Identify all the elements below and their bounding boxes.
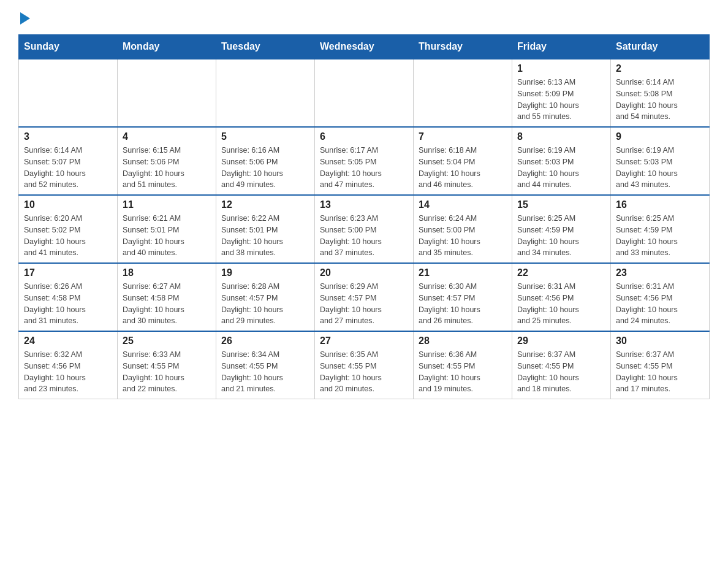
calendar-day: 21Sunrise: 6:30 AM Sunset: 4:57 PM Dayli… [414,263,512,331]
calendar-header: SundayMondayTuesdayWednesdayThursdayFrid… [19,35,710,59]
day-number: 2 [616,63,704,74]
weekday-header-monday: Monday [118,35,216,59]
calendar-day: 2Sunrise: 6:14 AM Sunset: 5:08 PM Daylig… [611,59,710,127]
weekday-header-row: SundayMondayTuesdayWednesdayThursdayFrid… [19,35,710,59]
logo-arrow-icon [20,12,30,25]
day-info: Sunrise: 6:26 AM Sunset: 4:58 PM Dayligh… [24,281,112,327]
day-number: 21 [419,267,507,278]
day-info: Sunrise: 6:28 AM Sunset: 4:57 PM Dayligh… [221,281,309,327]
day-info: Sunrise: 6:30 AM Sunset: 4:57 PM Dayligh… [419,281,507,327]
day-info: Sunrise: 6:19 AM Sunset: 5:03 PM Dayligh… [517,145,605,191]
day-number: 30 [616,335,704,347]
weekday-header-thursday: Thursday [414,35,512,59]
calendar-day [216,59,315,127]
day-number: 9 [616,131,704,142]
day-info: Sunrise: 6:14 AM Sunset: 5:08 PM Dayligh… [616,77,704,123]
calendar-day: 15Sunrise: 6:25 AM Sunset: 4:59 PM Dayli… [512,195,611,263]
calendar-week-3: 10Sunrise: 6:20 AM Sunset: 5:02 PM Dayli… [19,195,710,263]
calendar-day: 3Sunrise: 6:14 AM Sunset: 5:07 PM Daylig… [19,127,118,195]
day-number: 12 [221,199,309,210]
day-info: Sunrise: 6:34 AM Sunset: 4:55 PM Dayligh… [221,349,309,395]
day-info: Sunrise: 6:23 AM Sunset: 5:00 PM Dayligh… [320,213,408,259]
calendar-day: 6Sunrise: 6:17 AM Sunset: 5:05 PM Daylig… [315,127,414,195]
day-info: Sunrise: 6:27 AM Sunset: 4:58 PM Dayligh… [123,281,211,327]
calendar-day: 10Sunrise: 6:20 AM Sunset: 5:02 PM Dayli… [19,195,118,263]
calendar-week-5: 24Sunrise: 6:32 AM Sunset: 4:56 PM Dayli… [19,331,710,399]
calendar-day [315,59,414,127]
day-number: 14 [419,199,507,210]
calendar-day: 11Sunrise: 6:21 AM Sunset: 5:01 PM Dayli… [118,195,216,263]
weekday-header-saturday: Saturday [611,35,710,59]
day-info: Sunrise: 6:29 AM Sunset: 4:57 PM Dayligh… [320,281,408,327]
calendar-day: 22Sunrise: 6:31 AM Sunset: 4:56 PM Dayli… [512,263,611,331]
calendar-day: 30Sunrise: 6:37 AM Sunset: 4:55 PM Dayli… [611,331,710,399]
day-number: 10 [24,199,112,210]
calendar-day [118,59,216,127]
day-number: 13 [320,199,408,210]
calendar-day: 20Sunrise: 6:29 AM Sunset: 4:57 PM Dayli… [315,263,414,331]
day-number: 8 [517,131,605,142]
calendar-week-4: 17Sunrise: 6:26 AM Sunset: 4:58 PM Dayli… [19,263,710,331]
day-info: Sunrise: 6:36 AM Sunset: 4:55 PM Dayligh… [419,349,507,395]
day-info: Sunrise: 6:18 AM Sunset: 5:04 PM Dayligh… [419,145,507,191]
day-number: 4 [123,131,211,142]
day-number: 6 [320,131,408,142]
calendar-day: 17Sunrise: 6:26 AM Sunset: 4:58 PM Dayli… [19,263,118,331]
calendar-day: 27Sunrise: 6:35 AM Sunset: 4:55 PM Dayli… [315,331,414,399]
day-info: Sunrise: 6:22 AM Sunset: 5:01 PM Dayligh… [221,213,309,259]
calendar-day: 28Sunrise: 6:36 AM Sunset: 4:55 PM Dayli… [414,331,512,399]
day-info: Sunrise: 6:13 AM Sunset: 5:09 PM Dayligh… [517,77,605,123]
day-number: 5 [221,131,309,142]
day-number: 3 [24,131,112,142]
weekday-header-wednesday: Wednesday [315,35,414,59]
calendar-day: 16Sunrise: 6:25 AM Sunset: 4:59 PM Dayli… [611,195,710,263]
day-number: 23 [616,267,704,278]
day-info: Sunrise: 6:14 AM Sunset: 5:07 PM Dayligh… [24,145,112,191]
day-info: Sunrise: 6:31 AM Sunset: 4:56 PM Dayligh… [616,281,704,327]
day-number: 29 [517,335,605,347]
calendar-day: 5Sunrise: 6:16 AM Sunset: 5:06 PM Daylig… [216,127,315,195]
calendar-day: 7Sunrise: 6:18 AM Sunset: 5:04 PM Daylig… [414,127,512,195]
day-number: 20 [320,267,408,278]
day-info: Sunrise: 6:37 AM Sunset: 4:55 PM Dayligh… [616,349,704,395]
day-number: 28 [419,335,507,347]
day-number: 7 [419,131,507,142]
day-number: 27 [320,335,408,347]
day-info: Sunrise: 6:35 AM Sunset: 4:55 PM Dayligh… [320,349,408,395]
day-number: 17 [24,267,112,278]
day-info: Sunrise: 6:33 AM Sunset: 4:55 PM Dayligh… [123,349,211,395]
logo [18,12,30,22]
day-number: 25 [123,335,211,347]
calendar-day: 23Sunrise: 6:31 AM Sunset: 4:56 PM Dayli… [611,263,710,331]
day-number: 15 [517,199,605,210]
weekday-header-tuesday: Tuesday [216,35,315,59]
calendar-day [414,59,512,127]
calendar-day: 18Sunrise: 6:27 AM Sunset: 4:58 PM Dayli… [118,263,216,331]
calendar-day: 9Sunrise: 6:19 AM Sunset: 5:03 PM Daylig… [611,127,710,195]
calendar-table: SundayMondayTuesdayWednesdayThursdayFrid… [18,34,710,399]
day-number: 11 [123,199,211,210]
calendar-week-2: 3Sunrise: 6:14 AM Sunset: 5:07 PM Daylig… [19,127,710,195]
calendar-day: 19Sunrise: 6:28 AM Sunset: 4:57 PM Dayli… [216,263,315,331]
day-info: Sunrise: 6:17 AM Sunset: 5:05 PM Dayligh… [320,145,408,191]
calendar-day: 8Sunrise: 6:19 AM Sunset: 5:03 PM Daylig… [512,127,611,195]
calendar-day: 4Sunrise: 6:15 AM Sunset: 5:06 PM Daylig… [118,127,216,195]
day-number: 24 [24,335,112,347]
day-info: Sunrise: 6:25 AM Sunset: 4:59 PM Dayligh… [616,213,704,259]
day-info: Sunrise: 6:20 AM Sunset: 5:02 PM Dayligh… [24,213,112,259]
day-info: Sunrise: 6:15 AM Sunset: 5:06 PM Dayligh… [123,145,211,191]
day-number: 18 [123,267,211,278]
calendar-day: 25Sunrise: 6:33 AM Sunset: 4:55 PM Dayli… [118,331,216,399]
day-info: Sunrise: 6:16 AM Sunset: 5:06 PM Dayligh… [221,145,309,191]
calendar-day: 26Sunrise: 6:34 AM Sunset: 4:55 PM Dayli… [216,331,315,399]
day-info: Sunrise: 6:25 AM Sunset: 4:59 PM Dayligh… [517,213,605,259]
day-info: Sunrise: 6:24 AM Sunset: 5:00 PM Dayligh… [419,213,507,259]
calendar-day: 12Sunrise: 6:22 AM Sunset: 5:01 PM Dayli… [216,195,315,263]
page-header [18,12,710,22]
day-info: Sunrise: 6:19 AM Sunset: 5:03 PM Dayligh… [616,145,704,191]
day-number: 26 [221,335,309,347]
day-number: 19 [221,267,309,278]
day-number: 16 [616,199,704,210]
calendar-day: 14Sunrise: 6:24 AM Sunset: 5:00 PM Dayli… [414,195,512,263]
weekday-header-sunday: Sunday [19,35,118,59]
